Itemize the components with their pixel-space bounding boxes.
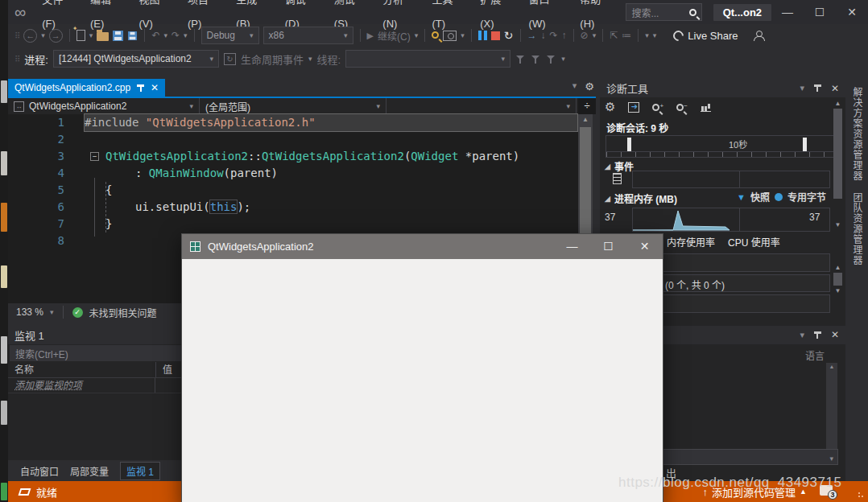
process-dropdown[interactable]: [12444] QtWidgetsApplication2▾ xyxy=(53,50,219,68)
restart-icon[interactable]: ↻ xyxy=(504,29,514,42)
zoom-dropdown-icon[interactable]: ▾ xyxy=(50,308,54,316)
diagnostics-scrollbar[interactable]: ▲ ▼ xyxy=(832,100,844,237)
tab-team-explorer[interactable]: 团队资源管理器 xyxy=(846,192,867,265)
show-next-statement-icon[interactable]: → xyxy=(527,30,537,41)
thread-dropdown[interactable]: ▾ xyxy=(345,50,510,68)
pin-icon[interactable] xyxy=(814,84,821,93)
live-share-label[interactable]: Live Share xyxy=(688,30,738,42)
breakpoints-dropdown-icon[interactable]: ▾ xyxy=(593,31,597,39)
lifecycle-events-icon[interactable]: ↻ xyxy=(224,53,236,65)
resize-grip[interactable] xyxy=(858,492,866,500)
step-into-icon[interactable]: ↓ xyxy=(541,30,546,41)
lifecycle-events-label[interactable]: 生命周期事件 xyxy=(241,51,304,67)
panel-menu-dropdown-icon[interactable]: ▾ xyxy=(800,330,804,340)
navigate-forward-icon[interactable]: → xyxy=(49,29,63,43)
add-user-icon[interactable] xyxy=(753,31,765,41)
scrollbar-thumb[interactable] xyxy=(833,273,842,286)
qt-minimize-button[interactable]: — xyxy=(554,234,590,259)
editor-options-gear-icon[interactable]: ⚙ xyxy=(585,80,594,93)
redo-icon[interactable]: ↷ xyxy=(172,30,180,41)
lifecycle-dropdown-icon[interactable]: ▾ xyxy=(308,55,312,63)
tab-locals[interactable]: 局部变量 xyxy=(70,464,109,478)
panel-menu-dropdown-icon[interactable]: ▾ xyxy=(800,83,804,93)
panel-close-icon[interactable]: ✕ xyxy=(831,329,839,340)
select-element-icon[interactable]: ⇱ xyxy=(610,30,618,41)
summary-scrollbar[interactable]: ▲ ▼ xyxy=(832,264,844,314)
toolbar-overflow-icon[interactable]: ▾ xyxy=(561,55,565,63)
events-section-header[interactable]: ◢ 事件 xyxy=(605,159,634,173)
tab-autos[interactable]: 自动窗口 xyxy=(20,464,59,478)
timeline-handle-left[interactable] xyxy=(627,138,631,151)
scope-dropdown[interactable]: (全局范围) ▾ xyxy=(200,98,386,114)
qt-close-button[interactable]: ✕ xyxy=(626,234,663,259)
qt-client-area[interactable] xyxy=(182,259,663,502)
continue-icon[interactable]: ▶ xyxy=(367,31,374,41)
scrollbar-thumb[interactable] xyxy=(833,109,842,199)
tab-memory-usage[interactable]: 内存使用率 xyxy=(667,235,715,249)
save-all-icon[interactable] xyxy=(128,31,137,39)
continue-label[interactable]: 继续(C) xyxy=(378,29,411,43)
member-dropdown[interactable]: ▾ xyxy=(386,98,577,114)
step-out-icon[interactable]: ↑ xyxy=(562,30,567,41)
events-track[interactable] xyxy=(632,171,830,188)
toolbar-grip[interactable]: ⠿ xyxy=(14,31,19,40)
open-folder-icon[interactable] xyxy=(97,32,109,41)
qt-app-window[interactable]: QtWidgetsApplication2 — ☐ ✕ xyxy=(181,233,663,502)
toolbar-overflow-icon[interactable]: ▾ xyxy=(653,31,657,39)
zoom-level[interactable]: 133 % xyxy=(16,307,43,318)
output-scrollbar[interactable]: ▲ ▼ xyxy=(826,363,837,456)
tab-cpu-usage[interactable]: CPU 使用率 xyxy=(728,235,780,249)
config-dropdown[interactable]: Debug▾ xyxy=(201,27,259,44)
breakpoints-icon[interactable]: ⊘ xyxy=(581,30,589,41)
undo-icon[interactable]: ↶ xyxy=(151,30,159,41)
tab-qtwidgetsapplication2-cpp[interactable]: QtWidgetsApplication2.cpp ✕ xyxy=(8,79,165,97)
stop-debug-icon[interactable] xyxy=(491,31,500,40)
expander-icon[interactable]: ◢ xyxy=(605,195,610,203)
new-file-dropdown-icon[interactable]: ▾ xyxy=(89,31,93,39)
close-button[interactable]: ✕ xyxy=(836,0,868,24)
continue-dropdown-icon[interactable]: ▾ xyxy=(415,31,419,39)
step-over-icon[interactable]: ↷ xyxy=(550,30,558,41)
tab-watch1[interactable]: 监视 1 xyxy=(120,462,160,480)
chart-icon[interactable] xyxy=(701,102,711,112)
minimize-button[interactable]: — xyxy=(771,0,804,24)
document-outline-icon[interactable]: ≔ xyxy=(622,30,631,41)
settings-gear-icon[interactable]: ⚙ xyxy=(605,100,615,114)
filter-icon[interactable] xyxy=(515,54,526,64)
timeline-ruler[interactable]: 10秒 xyxy=(606,135,839,158)
toolbar-grip[interactable]: ⠿ xyxy=(14,55,19,64)
tab-solution-explorer[interactable]: 解决方案资源管理器 xyxy=(846,87,867,181)
scroll-up-icon[interactable]: ▲ xyxy=(832,264,844,271)
scroll-up-icon[interactable]: ▲ xyxy=(578,116,593,123)
screenshot-dropdown-icon[interactable]: ▾ xyxy=(461,31,465,39)
panel-close-icon[interactable]: ✕ xyxy=(831,83,839,94)
pin-icon[interactable] xyxy=(137,84,144,93)
memory-graph[interactable] xyxy=(632,208,830,232)
zoom-out-icon[interactable]: − xyxy=(676,100,688,114)
expander-icon[interactable]: ◢ xyxy=(605,163,610,171)
pin-icon[interactable] xyxy=(814,331,821,339)
fold-collapse-icon[interactable]: − xyxy=(90,152,99,161)
back-dropdown-icon[interactable]: ▾ xyxy=(41,31,45,39)
screenshot-icon[interactable] xyxy=(443,31,457,41)
scroll-down-icon[interactable]: ▼ xyxy=(832,221,844,228)
split-editor-button[interactable]: ÷ xyxy=(578,98,596,114)
quick-search-box[interactable]: 搜索... xyxy=(626,3,701,21)
save-icon[interactable] xyxy=(113,31,123,41)
find-in-document-icon[interactable] xyxy=(432,30,439,41)
scroll-up-icon[interactable]: ▲ xyxy=(826,364,837,369)
tab-close-icon[interactable]: ✕ xyxy=(151,82,159,93)
live-share-icon[interactable] xyxy=(672,28,686,43)
zoom-in-icon[interactable]: + xyxy=(652,100,663,114)
watch-col-name[interactable]: 名称 xyxy=(8,362,155,377)
filter-edit-icon[interactable] xyxy=(531,54,541,64)
qt-maximize-button[interactable]: ☐ xyxy=(590,234,626,259)
qt-titlebar[interactable]: QtWidgetsApplication2 — ☐ ✕ xyxy=(182,234,663,259)
navigate-back-icon[interactable]: ← xyxy=(23,29,37,43)
watch-col-value[interactable]: 值 xyxy=(155,362,172,377)
memory-section-header[interactable]: ◢ 进程内存 (MB) xyxy=(605,191,677,205)
export-icon[interactable] xyxy=(628,102,639,113)
scroll-down-icon[interactable]: ▼ xyxy=(832,287,844,294)
maximize-button[interactable]: ☐ xyxy=(804,0,836,24)
break-all-icon[interactable] xyxy=(478,31,487,40)
